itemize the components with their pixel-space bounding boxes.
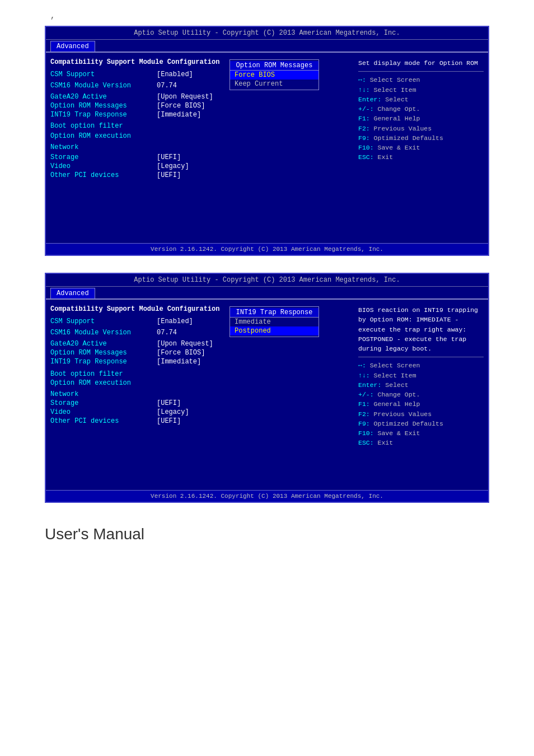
int19-row: INT19 Trap Response [Immediate]	[50, 111, 229, 119]
bios-footer-2: Version 2.16.1242. Copyright (C) 2013 Am…	[46, 490, 488, 502]
csm-support-group-2: CSM Support [Enabled]	[50, 318, 229, 325]
other-pci-value[interactable]: [UEFI]	[157, 171, 181, 179]
csm-support-value-2[interactable]: [Enabled]	[157, 318, 193, 325]
csm16-value-2: 07.74	[157, 329, 177, 337]
gatea20-label-2: GateA20 Active	[50, 340, 157, 348]
int19-row-2: INT19 Trap Response [Immediate]	[50, 358, 229, 367]
dropdown-title-2: INT19 Trap Response	[230, 308, 318, 318]
other-pci-label-2: Other PCI devices	[50, 417, 157, 425]
video-value[interactable]: [Legacy]	[157, 162, 189, 170]
csm16-label-2: CSM16 Module Version	[50, 329, 157, 337]
option-rom-messages-label-2: Option ROM Messages	[50, 349, 157, 357]
tab-advanced-2[interactable]: Advanced	[50, 288, 95, 298]
csm-support-label-2: CSM Support	[50, 318, 157, 325]
bios-content-1: Compatibility Support Module Configurati…	[46, 53, 488, 243]
other-pci-value-2[interactable]: [UEFI]	[157, 417, 181, 425]
gatea20-value-2[interactable]: [Upon Request]	[157, 340, 213, 348]
boot-option-filter-row: Boot option filter	[50, 122, 229, 131]
dropdown-item-keep-current[interactable]: Keep Current	[230, 80, 318, 88]
bios-right-2: BIOS reaction on INT19 trapping by Optio…	[353, 305, 484, 484]
gatea20-group-2: GateA20 Active [Upon Request] Option ROM…	[50, 340, 229, 367]
video-row: Video [Legacy]	[50, 162, 229, 170]
boot-option-filter-row-2: Boot option filter	[50, 370, 229, 378]
option-rom-execution-row-2: Option ROM execution	[50, 379, 229, 387]
help-key-select-item: ↑↓: Select Item	[358, 85, 484, 95]
storage-row: Storage [UEFI]	[50, 153, 229, 161]
network-row: Network	[50, 143, 229, 152]
csm-support-row: CSM Support [Enabled]	[50, 71, 229, 78]
other-pci-row: Other PCI devices [UEFI]	[50, 171, 229, 179]
bios-footer-1: Version 2.16.1242. Copyright (C) 2013 Am…	[46, 243, 488, 255]
help-key-f10: F10: Save & Exit	[358, 143, 484, 152]
dropdown-title-1: Option ROM Messages	[230, 61, 318, 71]
help-key-f9: F9: Optimized Defaults	[358, 133, 484, 143]
help-key-select-item-2: ↑↓: Select Item	[358, 371, 484, 380]
help-key-f2-2: F2: Previous Values	[358, 409, 484, 419]
csm16-group-2: CSM16 Module Version 07.74	[50, 329, 229, 337]
bios-content-2: Compatibility Support Module Configurati…	[46, 300, 488, 490]
dropdown-1[interactable]: Option ROM Messages Force BIOS Keep Curr…	[229, 59, 319, 90]
boot-option-group: Boot option filter Option ROM execution	[50, 122, 229, 140]
int19-label-2[interactable]: INT19 Trap Response	[50, 358, 157, 366]
dropdown-item-force-bios[interactable]: Force BIOS	[230, 71, 318, 80]
dropdown-2[interactable]: INT19 Trap Response Immediate Postponed	[229, 306, 319, 337]
option-rom-execution-row: Option ROM execution	[50, 132, 229, 140]
help-divider-1	[358, 71, 484, 72]
bios-right-1: Set display mode for Option ROM ↔: Selec…	[353, 58, 484, 237]
bios-screen-2: Aptio Setup Utility - Copyright (C) 2013…	[45, 273, 489, 503]
bios-center-1: Option ROM Messages Force BIOS Keep Curr…	[229, 58, 353, 237]
option-rom-messages-value[interactable]: [Force BIOS]	[157, 102, 205, 110]
dropdown-item-postponed[interactable]: Postponed	[230, 326, 318, 335]
help-key-select-screen-2: ↔: Select Screen	[358, 361, 484, 370]
help-key-enter-2: Enter: Select	[358, 380, 484, 390]
boot-option-filter-label[interactable]: Boot option filter	[50, 122, 157, 130]
bios-title-2: Aptio Setup Utility - Copyright (C) 2013…	[46, 274, 488, 287]
csm16-value: 07.74	[157, 82, 177, 90]
top-mark: ,	[45, 11, 489, 20]
csm-support-label: CSM Support	[50, 71, 157, 78]
storage-label: Storage	[50, 153, 157, 161]
csm-support-value[interactable]: [Enabled]	[157, 71, 193, 78]
option-rom-messages-value-2[interactable]: [Force BIOS]	[157, 349, 205, 357]
option-rom-execution-label: Option ROM execution	[50, 132, 157, 140]
storage-value-2[interactable]: [UEFI]	[157, 399, 181, 407]
bios-tab-bar-2: Advanced	[46, 287, 488, 300]
gatea20-label: GateA20 Active	[50, 93, 157, 101]
help-key-f9-2: F9: Optimized Defaults	[358, 419, 484, 428]
help-key-esc-2: ESC: Exit	[358, 438, 484, 447]
help-key-f10-2: F10: Save & Exit	[358, 428, 484, 438]
int19-value-2[interactable]: [Immediate]	[157, 358, 201, 367]
other-pci-label: Other PCI devices	[50, 171, 157, 179]
section-title-2: Compatibility Support Module Configurati…	[50, 305, 229, 313]
video-row-2: Video [Legacy]	[50, 408, 229, 416]
help-key-enter: Enter: Select	[358, 95, 484, 104]
help-key-select-screen: ↔: Select Screen	[358, 75, 484, 85]
section-title-1: Compatibility Support Module Configurati…	[50, 58, 229, 66]
tab-advanced-1[interactable]: Advanced	[50, 41, 95, 52]
users-manual: User's Manual	[45, 525, 489, 543]
other-pci-row-2: Other PCI devices [UEFI]	[50, 417, 229, 425]
page-container: , Aptio Setup Utility - Copyright (C) 20…	[0, 0, 534, 756]
dropdown-item-immediate[interactable]: Immediate	[230, 318, 318, 326]
gatea20-group: GateA20 Active [Upon Request] Option ROM…	[50, 93, 229, 119]
video-label: Video	[50, 162, 157, 170]
help-key-f2: F2: Previous Values	[358, 124, 484, 133]
csm16-label: CSM16 Module Version	[50, 82, 157, 90]
option-rom-messages-row: Option ROM Messages [Force BIOS]	[50, 102, 229, 110]
int19-value[interactable]: [Immediate]	[157, 111, 201, 119]
bios-left-2: Compatibility Support Module Configurati…	[50, 305, 229, 484]
video-label-2: Video	[50, 408, 157, 416]
csm16-row: CSM16 Module Version 07.74	[50, 82, 229, 90]
video-value-2[interactable]: [Legacy]	[157, 408, 189, 416]
gatea20-value[interactable]: [Upon Request]	[157, 93, 213, 101]
int19-label: INT19 Trap Response	[50, 111, 157, 119]
storage-value[interactable]: [UEFI]	[157, 153, 181, 161]
network-label[interactable]: Network	[50, 143, 157, 151]
gatea20-row-2: GateA20 Active [Upon Request]	[50, 340, 229, 348]
help-key-change-2: +/-: Change Opt.	[358, 390, 484, 399]
right-desc-1: Set display mode for Option ROM	[358, 58, 484, 68]
csm-support-row-2: CSM Support [Enabled]	[50, 318, 229, 325]
boot-option-filter-label-2[interactable]: Boot option filter	[50, 370, 157, 378]
help-text-1: ↔: Select Screen ↑↓: Select Item Enter: …	[358, 75, 484, 162]
help-divider-2	[358, 357, 484, 357]
